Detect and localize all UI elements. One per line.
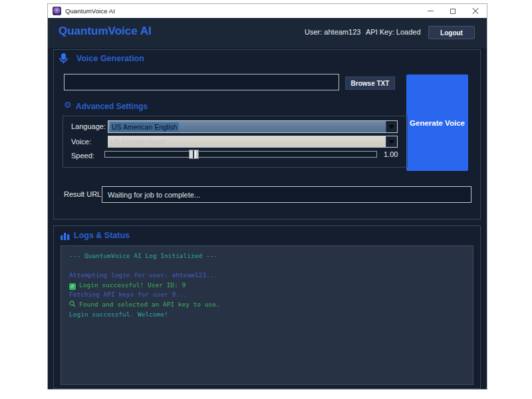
- log-line: Found and selected an API key to use.: [69, 300, 465, 310]
- speed-slider[interactable]: [104, 151, 377, 158]
- app-window: QuantumVoice AI QuantumVoice AI User: ah…: [47, 3, 487, 390]
- result-url-field[interactable]: [102, 186, 471, 203]
- gear-icon: ⚙: [64, 100, 72, 109]
- page-title: QuantumVoice AI: [59, 25, 152, 38]
- api-key-status: API Key: Loaded: [366, 28, 421, 36]
- app-content: QuantumVoice AI User: ahteam123 API Key:…: [48, 18, 487, 389]
- maximize-icon: [450, 9, 456, 14]
- bar-chart-icon: [60, 230, 70, 241]
- close-icon: [472, 8, 479, 15]
- language-value: US American English: [108, 121, 386, 132]
- close-button[interactable]: [464, 4, 487, 18]
- microphone-icon: [59, 53, 68, 65]
- logs-status-title: Logs & Status: [74, 231, 130, 240]
- minimize-icon: [428, 11, 434, 11]
- window-controls: [419, 4, 487, 18]
- chevron-down-icon[interactable]: [386, 136, 397, 147]
- log-line: Attempting login for user: ahteam123...: [69, 271, 465, 281]
- text-file-input[interactable]: [64, 74, 339, 90]
- log-line: ✓Login successful! User ID: 9: [69, 281, 465, 291]
- minimize-button[interactable]: [419, 4, 442, 18]
- user-label: User: ahteam123: [305, 28, 360, 36]
- speed-slider-handle[interactable]: [189, 150, 199, 159]
- logout-button[interactable]: Logout: [428, 26, 475, 39]
- advanced-settings-title: Advanced Settings: [76, 102, 148, 111]
- logs-status-section: Logs & Status --- QuantumVoice AI Log In…: [53, 225, 481, 389]
- generate-voice-button[interactable]: Generate Voice: [406, 74, 468, 171]
- browse-txt-button[interactable]: Browse TXT: [345, 76, 395, 90]
- voice-select[interactable]: US Female Heart: [108, 136, 398, 148]
- app-icon: [53, 7, 61, 15]
- log-line: [69, 261, 465, 271]
- chevron-down-icon[interactable]: [386, 121, 397, 132]
- log-line: Fetching API keys for user 9...: [69, 290, 465, 300]
- advanced-settings-panel: Language: US American English Voice: US …: [63, 116, 408, 168]
- speed-label: Speed:: [71, 152, 94, 160]
- speed-value: 1.00: [384, 150, 398, 158]
- log-area[interactable]: --- QuantumVoice AI Log Initialized --- …: [61, 245, 473, 385]
- language-select[interactable]: US American English: [108, 120, 398, 133]
- voice-value: US Female Heart: [108, 136, 386, 147]
- maximize-button[interactable]: [442, 4, 464, 18]
- desktop: QuantumVoice AI QuantumVoice AI User: ah…: [0, 0, 532, 399]
- voice-generation-title: Voice Generation: [76, 54, 144, 63]
- check-icon: ✓: [69, 283, 76, 290]
- voice-label: Voice:: [71, 138, 91, 146]
- search-icon: [69, 301, 76, 307]
- voice-generation-section: Voice Generation Browse TXT Generate Voi…: [53, 49, 481, 219]
- result-url-label: Result URL:: [64, 190, 103, 198]
- titlebar[interactable]: QuantumVoice AI: [48, 4, 487, 18]
- log-line: --- QuantumVoice AI Log Initialized ---: [69, 251, 465, 261]
- app-header: QuantumVoice AI User: ahteam123 API Key:…: [48, 18, 487, 48]
- titlebar-title: QuantumVoice AI: [65, 7, 115, 15]
- log-line: Login successful. Welcome!: [69, 310, 465, 320]
- language-label: Language:: [71, 122, 106, 130]
